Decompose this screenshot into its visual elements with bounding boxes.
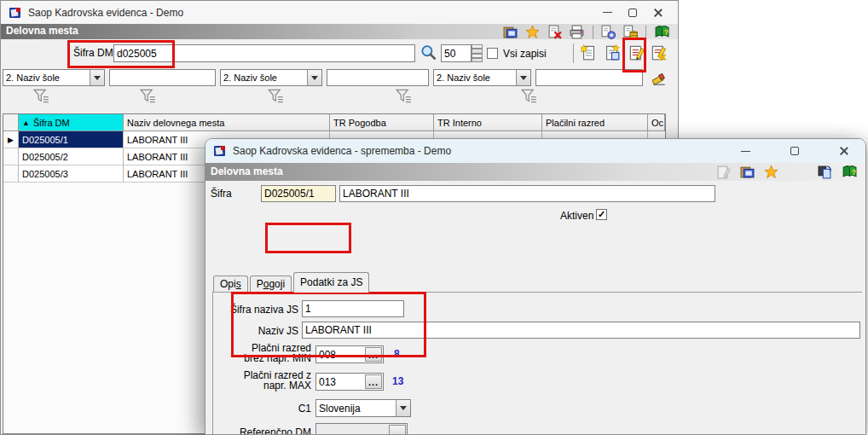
insert-record-icon[interactable]: [581, 44, 597, 61]
funnel-filter-icon[interactable]: [521, 88, 537, 104]
pr-min-input[interactable]: 008 ...: [315, 345, 384, 363]
filter-value-input-1[interactable]: [109, 69, 216, 86]
edit-record-disabled-icon: [716, 165, 731, 179]
pr-max-browse-button[interactable]: ...: [365, 374, 382, 389]
sifra-dm-label: Šifra DM: [73, 47, 113, 59]
pr-max-hint-value: 13: [392, 375, 403, 387]
pr-max-input[interactable]: 013 ...: [315, 373, 384, 391]
vsi-zapisi-label: Vsi zapisi: [503, 48, 547, 60]
delete-record-icon[interactable]: [651, 44, 667, 61]
filter-funnel-row: [1, 88, 678, 107]
copy-between-icon[interactable]: [818, 165, 832, 179]
dialog-panel-header: Delovna mesta: [205, 163, 865, 181]
pr-max-label-line2: napr. MAX: [213, 380, 311, 392]
pr-min-hint-value: 8: [394, 348, 400, 360]
column-header-naziv[interactable]: Naziv delovnega mesta: [124, 114, 330, 131]
filter-value-input-2[interactable]: [327, 69, 429, 86]
column-header-placilni-razred[interactable]: Plačilni razred: [542, 114, 648, 131]
app-icon: [213, 144, 227, 158]
tab-pogoji[interactable]: Pogoji: [250, 276, 292, 293]
print-icon[interactable]: [570, 25, 585, 39]
sifra-label: Šifra: [211, 188, 232, 200]
referencno-dm-label: Referenčno DM: [213, 426, 311, 435]
vsi-zapisi-checkbox[interactable]: [487, 48, 498, 59]
main-panel-title: Delovna mesta: [6, 25, 78, 37]
c1-select[interactable]: Slovenija: [315, 399, 411, 417]
pr-min-browse-button[interactable]: ...: [365, 347, 382, 362]
minimize-button[interactable]: [732, 139, 758, 163]
close-button[interactable]: [645, 1, 671, 24]
filter-column-select-2[interactable]: 2. Naziv šole: [220, 69, 322, 86]
record-count-spinner[interactable]: [472, 44, 483, 62]
sifra-name-input[interactable]: LABORANT III: [339, 185, 715, 202]
c1-label: C1: [213, 403, 311, 415]
aktiven-label: Aktiven: [560, 210, 593, 222]
dialog-titlebar: Saop Kadrovska evidenca - sprememba - De…: [205, 139, 865, 163]
column-header-tr-pogodba[interactable]: TR Pogodba: [330, 114, 434, 131]
current-row-marker-icon: ▶: [8, 136, 14, 144]
card-file-icon[interactable]: [740, 165, 755, 179]
edit-record-icon[interactable]: [628, 44, 645, 61]
tab-opis[interactable]: Opis: [213, 276, 248, 293]
sifra-code-input[interactable]: D025005/1: [261, 185, 336, 202]
funnel-filter-icon[interactable]: [396, 88, 412, 104]
svg-text:?: ?: [664, 28, 668, 37]
cancel-document-icon[interactable]: [547, 25, 562, 39]
tab-podatki-za-js[interactable]: Podatki za JS: [293, 272, 369, 293]
search-row: Šifra DM d025005 50 Vsi zapisi: [1, 39, 678, 68]
tab-panel-podatki-za-js: Šifra naziva JS 1 Naziv JS LABORANT III …: [212, 292, 862, 435]
app-icon: [9, 6, 22, 20]
send-record-icon[interactable]: [623, 25, 638, 39]
clear-filter-eraser-icon[interactable]: [651, 70, 668, 87]
minimize-button[interactable]: [594, 1, 620, 24]
filter-row: 2. Naziv šole 2. Naziv šole 2. Naziv šol…: [1, 68, 678, 87]
column-header-oc[interactable]: Oc: [648, 114, 665, 131]
cell-sifra-dm[interactable]: D025005/3: [19, 165, 124, 183]
favorites-star-icon[interactable]: [764, 165, 778, 179]
column-header-sifra-dm[interactable]: ▲ Šifra DM: [19, 114, 124, 131]
sort-asc-icon: ▲: [22, 119, 30, 127]
help-book-icon[interactable]: ?: [654, 25, 669, 39]
sifra-naziva-js-input[interactable]: 1: [302, 300, 404, 317]
naziv-js-input[interactable]: LABORANT III: [302, 322, 860, 339]
export-record-icon[interactable]: [601, 25, 616, 39]
pr-min-label-line2: brez napr. MIN: [213, 352, 311, 364]
chevron-down-icon[interactable]: [307, 70, 321, 85]
funnel-filter-icon[interactable]: [140, 88, 156, 104]
cell-sifra-dm[interactable]: D025005/2: [19, 148, 124, 165]
chevron-down-icon[interactable]: [396, 400, 410, 416]
maximize-button[interactable]: [620, 1, 645, 24]
card-file-icon[interactable]: [503, 25, 518, 39]
spinner-down-icon[interactable]: [472, 54, 483, 63]
record-count-input[interactable]: 50: [441, 44, 472, 62]
maximize-button[interactable]: [782, 139, 807, 163]
copy-record-icon[interactable]: [604, 44, 620, 61]
main-panel-header: Delovna mesta: [1, 24, 678, 39]
main-window-title: Saop Kadrovska evidenca - Demo: [28, 7, 183, 19]
spinner-up-icon[interactable]: [472, 44, 483, 54]
column-header-tr-interno[interactable]: TR Interno: [434, 114, 542, 131]
sifra-dm-input[interactable]: d025005: [113, 44, 415, 62]
dialog-body: Šifra D025005/1 LABORANT III Aktiven ✓ O…: [205, 181, 865, 435]
close-button[interactable]: [831, 139, 857, 163]
funnel-filter-icon[interactable]: [33, 88, 49, 104]
dialog-window-title: Saop Kadrovska evidenca - sprememba - De…: [233, 145, 451, 157]
search-icon[interactable]: [420, 44, 437, 61]
sifra-naziva-js-label: Šifra naziva JS: [213, 304, 298, 316]
cell-sifra-dm[interactable]: D025005/1: [19, 131, 124, 148]
chevron-down-icon[interactable]: [516, 70, 530, 85]
referencno-dm-browse-button[interactable]: ...: [389, 425, 406, 435]
funnel-filter-icon[interactable]: [268, 88, 284, 104]
filter-value-input-3[interactable]: [535, 69, 643, 86]
filter-column-select-3[interactable]: 2. Naziv šole: [433, 69, 531, 86]
chevron-down-icon[interactable]: [90, 70, 104, 85]
referencno-dm-input[interactable]: ...: [315, 423, 408, 435]
filter-column-select-1[interactable]: 2. Naziv šole: [3, 69, 105, 86]
dialog-panel-title: Delovna mesta: [211, 165, 283, 177]
favorites-star-icon[interactable]: [525, 25, 540, 39]
help-book-icon[interactable]: ?: [842, 165, 857, 179]
row-selector-header[interactable]: [3, 114, 19, 131]
edit-dialog-window: Saop Kadrovska evidenca - sprememba - De…: [205, 138, 866, 435]
aktiven-checkbox[interactable]: ✓: [596, 209, 607, 220]
main-titlebar: Saop Kadrovska evidenca - Demo: [1, 1, 678, 24]
